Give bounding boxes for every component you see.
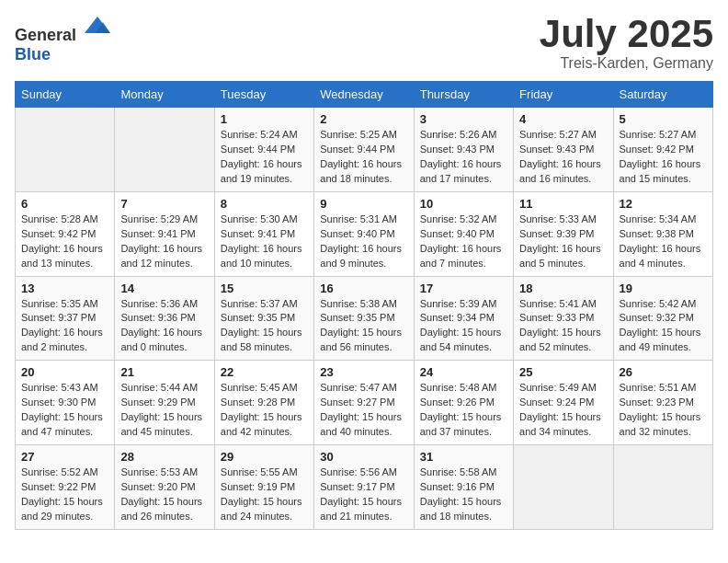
calendar-cell: 22Sunrise: 5:45 AM Sunset: 9:28 PM Dayli…	[214, 361, 313, 445]
logo-icon	[83, 15, 112, 40]
calendar-table: SundayMondayTuesdayWednesdayThursdayFrid…	[15, 81, 713, 530]
calendar-cell: 2Sunrise: 5:25 AM Sunset: 9:44 PM Daylig…	[314, 108, 414, 192]
day-number: 17	[420, 282, 507, 295]
day-info: Sunrise: 5:58 AM Sunset: 9:16 PM Dayligh…	[420, 465, 507, 524]
day-number: 28	[120, 450, 208, 464]
day-info: Sunrise: 5:37 AM Sunset: 9:35 PM Dayligh…	[221, 297, 308, 356]
day-info: Sunrise: 5:42 AM Sunset: 9:32 PM Dayligh…	[620, 297, 707, 356]
day-number: 30	[320, 450, 407, 464]
day-number: 4	[519, 112, 607, 126]
calendar-cell: 28Sunrise: 5:53 AM Sunset: 9:20 PM Dayli…	[115, 445, 214, 530]
day-number: 14	[120, 282, 208, 295]
day-info: Sunrise: 5:34 AM Sunset: 9:38 PM Dayligh…	[620, 213, 707, 271]
day-info: Sunrise: 5:25 AM Sunset: 9:44 PM Dayligh…	[320, 128, 407, 187]
logo-general: General	[15, 26, 76, 44]
day-info: Sunrise: 5:33 AM Sunset: 9:39 PM Dayligh…	[519, 213, 607, 271]
day-number: 18	[519, 282, 607, 295]
day-info: Sunrise: 5:48 AM Sunset: 9:26 PM Dayligh…	[420, 381, 507, 440]
logo-text: General Blue	[15, 15, 112, 64]
day-number: 20	[21, 365, 108, 379]
day-info: Sunrise: 5:29 AM Sunset: 9:41 PM Dayligh…	[120, 213, 208, 271]
day-number: 22	[221, 365, 308, 379]
day-info: Sunrise: 5:30 AM Sunset: 9:41 PM Dayligh…	[221, 213, 308, 271]
day-number: 29	[221, 450, 308, 464]
calendar-cell: 15Sunrise: 5:37 AM Sunset: 9:35 PM Dayli…	[214, 276, 313, 361]
day-number: 16	[320, 282, 407, 295]
calendar-cell: 27Sunrise: 5:52 AM Sunset: 9:22 PM Dayli…	[16, 445, 115, 530]
month-title: July 2025	[540, 15, 713, 53]
calendar-cell: 19Sunrise: 5:42 AM Sunset: 9:32 PM Dayli…	[613, 276, 712, 361]
day-info: Sunrise: 5:49 AM Sunset: 9:24 PM Dayligh…	[519, 381, 607, 440]
day-info: Sunrise: 5:32 AM Sunset: 9:40 PM Dayligh…	[420, 213, 507, 271]
weekday-header-saturday: Saturday	[613, 82, 712, 108]
day-info: Sunrise: 5:35 AM Sunset: 9:37 PM Dayligh…	[21, 297, 108, 356]
day-number: 21	[120, 365, 208, 379]
day-info: Sunrise: 5:36 AM Sunset: 9:36 PM Dayligh…	[120, 297, 208, 356]
calendar-cell	[514, 445, 613, 530]
day-number: 13	[21, 282, 108, 295]
day-info: Sunrise: 5:26 AM Sunset: 9:43 PM Dayligh…	[420, 128, 507, 187]
day-info: Sunrise: 5:24 AM Sunset: 9:44 PM Dayligh…	[221, 128, 308, 187]
day-info: Sunrise: 5:45 AM Sunset: 9:28 PM Dayligh…	[221, 381, 308, 440]
week-row-4: 20Sunrise: 5:43 AM Sunset: 9:30 PM Dayli…	[16, 361, 713, 445]
calendar-cell: 26Sunrise: 5:51 AM Sunset: 9:23 PM Dayli…	[613, 361, 712, 445]
weekday-header-row: SundayMondayTuesdayWednesdayThursdayFrid…	[16, 82, 713, 108]
calendar-cell: 29Sunrise: 5:55 AM Sunset: 9:19 PM Dayli…	[214, 445, 313, 530]
day-info: Sunrise: 5:52 AM Sunset: 9:22 PM Dayligh…	[21, 465, 108, 524]
calendar-cell: 9Sunrise: 5:31 AM Sunset: 9:40 PM Daylig…	[314, 191, 414, 276]
day-number: 6	[21, 197, 108, 211]
weekday-header-wednesday: Wednesday	[314, 82, 414, 108]
calendar-cell: 1Sunrise: 5:24 AM Sunset: 9:44 PM Daylig…	[214, 108, 313, 192]
day-number: 12	[620, 197, 707, 211]
day-number: 15	[221, 282, 308, 295]
week-row-1: 1Sunrise: 5:24 AM Sunset: 9:44 PM Daylig…	[16, 108, 713, 192]
day-number: 19	[620, 282, 707, 295]
day-number: 8	[221, 197, 308, 211]
day-number: 11	[519, 197, 607, 211]
calendar-cell: 11Sunrise: 5:33 AM Sunset: 9:39 PM Dayli…	[514, 191, 613, 276]
calendar-cell: 30Sunrise: 5:56 AM Sunset: 9:17 PM Dayli…	[314, 445, 414, 530]
calendar-cell: 14Sunrise: 5:36 AM Sunset: 9:36 PM Dayli…	[115, 276, 214, 361]
day-number: 10	[420, 197, 507, 211]
location: Treis-Karden, Germany	[540, 55, 713, 72]
calendar-cell: 8Sunrise: 5:30 AM Sunset: 9:41 PM Daylig…	[214, 191, 313, 276]
calendar-cell: 31Sunrise: 5:58 AM Sunset: 9:16 PM Dayli…	[414, 445, 513, 530]
day-info: Sunrise: 5:44 AM Sunset: 9:29 PM Dayligh…	[120, 381, 208, 440]
day-info: Sunrise: 5:53 AM Sunset: 9:20 PM Dayligh…	[120, 465, 208, 524]
calendar-cell: 7Sunrise: 5:29 AM Sunset: 9:41 PM Daylig…	[115, 191, 214, 276]
day-number: 3	[420, 112, 507, 126]
week-row-2: 6Sunrise: 5:28 AM Sunset: 9:42 PM Daylig…	[16, 191, 713, 276]
calendar-cell: 23Sunrise: 5:47 AM Sunset: 9:27 PM Dayli…	[314, 361, 414, 445]
day-number: 7	[120, 197, 208, 211]
day-number: 1	[221, 112, 308, 126]
calendar-cell: 5Sunrise: 5:27 AM Sunset: 9:42 PM Daylig…	[613, 108, 712, 192]
day-info: Sunrise: 5:39 AM Sunset: 9:34 PM Dayligh…	[420, 297, 507, 356]
day-number: 2	[320, 112, 407, 126]
day-number: 25	[519, 365, 607, 379]
weekday-header-monday: Monday	[115, 82, 214, 108]
calendar-cell	[613, 445, 712, 530]
calendar-cell: 18Sunrise: 5:41 AM Sunset: 9:33 PM Dayli…	[514, 276, 613, 361]
calendar-cell: 16Sunrise: 5:38 AM Sunset: 9:35 PM Dayli…	[314, 276, 414, 361]
calendar-cell: 24Sunrise: 5:48 AM Sunset: 9:26 PM Dayli…	[414, 361, 513, 445]
day-number: 26	[620, 365, 707, 379]
day-info: Sunrise: 5:55 AM Sunset: 9:19 PM Dayligh…	[221, 465, 308, 524]
calendar-cell: 25Sunrise: 5:49 AM Sunset: 9:24 PM Dayli…	[514, 361, 613, 445]
calendar-cell: 13Sunrise: 5:35 AM Sunset: 9:37 PM Dayli…	[16, 276, 115, 361]
logo-blue: Blue	[15, 45, 51, 63]
day-info: Sunrise: 5:38 AM Sunset: 9:35 PM Dayligh…	[320, 297, 407, 356]
calendar-cell	[115, 108, 214, 192]
day-info: Sunrise: 5:27 AM Sunset: 9:42 PM Dayligh…	[620, 128, 707, 187]
calendar-cell	[16, 108, 115, 192]
day-info: Sunrise: 5:28 AM Sunset: 9:42 PM Dayligh…	[21, 213, 108, 271]
logo: General Blue	[15, 15, 112, 64]
calendar-cell: 4Sunrise: 5:27 AM Sunset: 9:43 PM Daylig…	[514, 108, 613, 192]
weekday-header-sunday: Sunday	[16, 82, 115, 108]
day-info: Sunrise: 5:43 AM Sunset: 9:30 PM Dayligh…	[21, 381, 108, 440]
weekday-header-thursday: Thursday	[414, 82, 513, 108]
calendar-cell: 20Sunrise: 5:43 AM Sunset: 9:30 PM Dayli…	[16, 361, 115, 445]
day-info: Sunrise: 5:51 AM Sunset: 9:23 PM Dayligh…	[620, 381, 707, 440]
calendar-cell: 10Sunrise: 5:32 AM Sunset: 9:40 PM Dayli…	[414, 191, 513, 276]
day-number: 24	[420, 365, 507, 379]
day-number: 23	[320, 365, 407, 379]
